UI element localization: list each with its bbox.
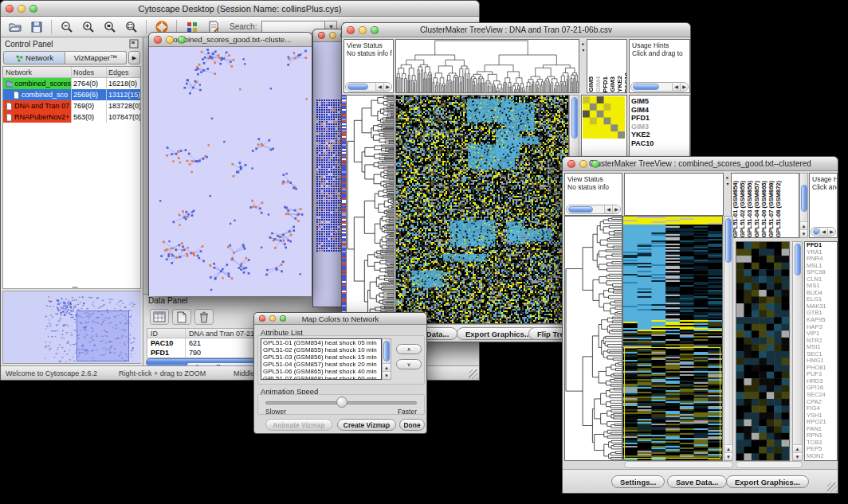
scroll-down-arrow[interactable]: ▼ (793, 452, 802, 460)
save-session-button[interactable] (26, 18, 46, 36)
dialog-titlebar[interactable]: Map Colors to Network (254, 313, 426, 325)
tv2-detail-heatmap[interactable] (736, 241, 790, 461)
attribute-list[interactable]: GPL51-01 (GSM854) heat shock 05 minGPL51… (261, 338, 382, 380)
minimize-button[interactable] (359, 26, 367, 34)
export-graphics-button[interactable]: Export Graphics... (457, 327, 540, 340)
close-button[interactable] (6, 5, 14, 13)
column-header-nodes[interactable]: Nodes (72, 67, 107, 77)
gene-label-GIM3[interactable]: GIM3 (631, 123, 689, 131)
network-view-window[interactable]: combined_scores_good.txt--cluste... (148, 32, 312, 296)
scrollbar-thumb[interactable] (347, 84, 368, 90)
zoom-button[interactable] (178, 36, 186, 44)
birdseye-view[interactable] (2, 291, 141, 364)
gene-label-GIM4[interactable]: GIM4 (631, 106, 689, 115)
tv2-heatmap-vscrollbar[interactable]: ▲▼ (724, 216, 733, 461)
main-titlebar[interactable]: Cytoscape Desktop (Session Name: collins… (1, 1, 479, 17)
tv2-hints-scrollbar[interactable]: ◀▶ (811, 227, 836, 236)
scroll-up-arrow[interactable]: ▲ (800, 221, 807, 229)
scroll-up-arrow[interactable]: ▲ (793, 444, 802, 452)
minimize-button[interactable] (18, 5, 26, 13)
tv1-heatmap[interactable] (395, 95, 569, 324)
delete-attribute-button[interactable] (194, 309, 214, 325)
scroll-right-arrow[interactable]: ▶ (827, 228, 835, 236)
scroll-down-arrow[interactable]: ▼ (383, 371, 391, 379)
scrollbar-thumb[interactable] (568, 206, 593, 213)
gene-label-PFD1[interactable]: PFD1 (631, 114, 689, 123)
minimize-button[interactable] (269, 315, 276, 322)
animate-vizmap-button[interactable]: Animate Vizmap (265, 419, 332, 431)
splitter-knob[interactable] (72, 287, 78, 289)
scroll-down-arrow[interactable]: ▼ (800, 229, 807, 237)
close-button[interactable] (567, 160, 575, 168)
scrollbar-thumb[interactable] (383, 341, 390, 361)
network-row[interactable]: DNA and Tran 07 769(0) 183728(0) (3, 100, 140, 111)
scroll-left-arrow[interactable]: ◀ (604, 205, 612, 213)
gene-label-YKE2[interactable]: YKE2 (631, 131, 689, 139)
scroll-right-arrow[interactable]: ▶ (612, 205, 620, 213)
tv1-hints-scrollbar[interactable]: ◀▶ (630, 82, 689, 92)
tv2-row-dendrogram[interactable] (564, 216, 622, 461)
tv1-titlebar[interactable]: ClusterMaker TreeView : DNA and Tran 07-… (342, 23, 690, 37)
column-header-network[interactable]: Network (3, 67, 72, 77)
zoom-button[interactable] (29, 5, 37, 13)
tab-network[interactable]: Network (3, 51, 65, 64)
open-session-button[interactable] (5, 18, 25, 36)
tv2-collabel-vscrollbar[interactable]: ▲▼ (799, 173, 808, 238)
id-column-header[interactable]: ID (147, 329, 186, 338)
select-attributes-button[interactable] (150, 309, 169, 325)
scrollbar-thumb[interactable] (633, 84, 659, 90)
scrollbar-thumb[interactable] (801, 185, 807, 212)
zoom-button[interactable] (280, 315, 286, 322)
tv1-row-dendrogram[interactable] (346, 95, 395, 324)
attribute-item[interactable]: GPL51-04 (GSM857) heat shock 20 min (263, 361, 381, 368)
tv1-splitter[interactable]: ▸ ▾ (580, 41, 587, 53)
zoom-in-button[interactable] (78, 18, 98, 36)
attribute-list-scrollbar[interactable]: ▲▼ (382, 338, 391, 380)
scroll-up-arrow[interactable]: ▲ (383, 363, 391, 371)
attribute-item[interactable]: GPL51-01 (GSM854) heat shock 05 min (263, 339, 381, 346)
scrollbar-thumb[interactable] (813, 229, 819, 235)
zoom-selected-button[interactable] (121, 18, 141, 36)
scroll-up-arrow[interactable]: ▲ (724, 444, 732, 452)
tv2-hscrollbar-main[interactable] (624, 461, 733, 468)
tv2-heatmap[interactable] (622, 216, 723, 461)
export-graphics-button[interactable]: Export Graphics... (726, 475, 809, 488)
scroll-down-arrow[interactable]: ▼ (724, 452, 732, 460)
create-vizmap-button[interactable]: Create Vizmap (337, 419, 396, 431)
network-canvas[interactable] (149, 47, 312, 296)
scrollbar-thumb[interactable] (725, 218, 732, 263)
close-button[interactable] (154, 36, 162, 44)
scrollbar-thumb[interactable] (795, 244, 801, 275)
net1-titlebar[interactable]: combined_scores_good.txt--cluste... (149, 33, 312, 47)
tv2-status-scrollbar[interactable]: ◀▶ (566, 205, 621, 214)
minimize-button[interactable] (166, 36, 174, 44)
scroll-right-arrow[interactable]: ▶ (383, 83, 391, 91)
birdseye-canvas[interactable] (3, 291, 141, 363)
gene-label-MON2[interactable]: MON2 (807, 453, 837, 460)
speed-slider-thumb[interactable] (336, 397, 347, 408)
tv2-hscrollbar-detail[interactable] (736, 461, 803, 468)
gene-label-GIM5[interactable]: GIM5 (631, 97, 689, 106)
similarity-matrix-canvas[interactable] (583, 96, 625, 139)
settings-button[interactable]: Settings... (611, 475, 665, 488)
close-button[interactable] (347, 26, 355, 34)
close-button[interactable] (318, 32, 325, 39)
create-attribute-button[interactable] (172, 309, 191, 325)
detail-heatmap-canvas[interactable] (736, 242, 789, 460)
resize-grip[interactable] (827, 483, 837, 492)
attribute-item[interactable]: GPL51-02 (GSM855) heat shock 10 min (263, 346, 381, 354)
column-header-edges[interactable]: Edges (107, 67, 140, 77)
tv2-titlebar[interactable]: ClusterMaker TreeView : combined_scores_… (563, 157, 838, 171)
scroll-left-arrow[interactable]: ◀ (375, 83, 383, 91)
gene-label-PAC10[interactable]: PAC10 (631, 139, 689, 148)
scroll-left-arrow[interactable]: ◀ (672, 83, 680, 91)
move-up-button[interactable]: ∧ (396, 344, 422, 354)
zoom-out-button[interactable] (57, 18, 77, 36)
attribute-item[interactable]: GPL51-07 (GSM868) heat shock 60 min (263, 375, 381, 380)
heatmap-canvas[interactable] (396, 96, 568, 323)
move-down-button[interactable]: ∨ (396, 359, 422, 369)
done-button[interactable]: Done (399, 419, 425, 431)
scrollbar-thumb[interactable] (571, 97, 578, 139)
float-panel-icon[interactable] (129, 39, 139, 49)
close-button[interactable] (259, 315, 265, 322)
